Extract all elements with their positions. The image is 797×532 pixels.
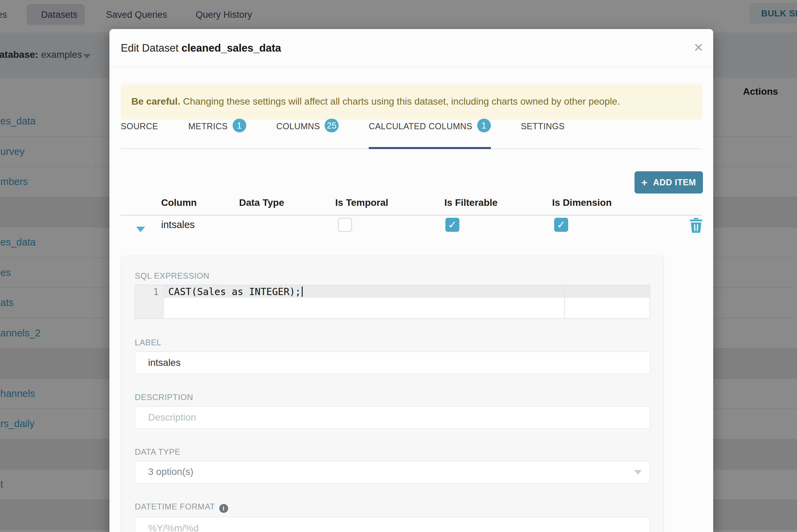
grid-header-divider bbox=[121, 215, 702, 216]
print-margin-line bbox=[564, 285, 565, 318]
description-input[interactable] bbox=[135, 406, 650, 429]
check-icon: ✓ bbox=[557, 219, 566, 231]
modal-title-dataset-name: cleaned_sales_data bbox=[181, 42, 281, 54]
tab-columns[interactable]: COLUMNS25 bbox=[276, 117, 339, 149]
description-field-label: DESCRIPTION bbox=[135, 393, 650, 402]
calculated-column-name: intsales bbox=[161, 219, 195, 230]
column-header-column: Column bbox=[161, 197, 197, 208]
screen: es Datasets Saved Queries Query History … bbox=[0, 0, 797, 532]
datetime-format-field-group: DATETIME FORMATi bbox=[135, 502, 650, 532]
column-header-is-filterable: Is Filterable bbox=[444, 197, 498, 208]
plus-icon: + bbox=[641, 177, 648, 188]
is-dimension-checkbox[interactable]: ✓ bbox=[554, 218, 568, 232]
column-header-is-dimension: Is Dimension bbox=[552, 197, 612, 208]
sql-code[interactable]: CAST(Sales as INTEGER); bbox=[168, 286, 303, 297]
data-type-select[interactable]: 3 option(s) bbox=[135, 461, 650, 483]
calculated-column-detail-panel: SQL EXPRESSION 1 CAST(Sales as INTEGER);… bbox=[121, 256, 664, 532]
description-field-group: DESCRIPTION bbox=[135, 393, 650, 429]
close-icon[interactable]: × bbox=[689, 38, 708, 57]
sql-expression-label: SQL EXPRESSION bbox=[135, 271, 650, 281]
columns-count-badge: 25 bbox=[325, 119, 339, 132]
data-type-selected-value: 3 option(s) bbox=[148, 466, 193, 477]
warning-body: Changing these settings will affect all … bbox=[180, 96, 620, 107]
sql-expression-editor[interactable]: 1 CAST(Sales as INTEGER); bbox=[135, 285, 650, 319]
tab-label: CALCULATED COLUMNS bbox=[369, 121, 472, 131]
column-header-is-temporal: Is Temporal bbox=[335, 197, 388, 208]
chevron-down-icon bbox=[634, 470, 642, 475]
modal-title-prefix: Edit Dataset bbox=[121, 42, 181, 54]
metrics-count-badge: 1 bbox=[233, 119, 246, 132]
tab-label: METRICS bbox=[188, 121, 227, 131]
collapse-row-icon[interactable] bbox=[136, 227, 145, 232]
label-field-label: LABEL bbox=[135, 338, 650, 347]
info-icon[interactable]: i bbox=[219, 504, 228, 513]
warning-banner: Be careful. Changing these settings will… bbox=[121, 84, 702, 120]
calculated-columns-count-badge: 1 bbox=[477, 119, 491, 132]
tab-label: COLUMNS bbox=[276, 121, 320, 131]
tab-source[interactable]: SOURCE bbox=[121, 117, 158, 149]
datetime-format-field-label: DATETIME FORMATi bbox=[135, 502, 650, 513]
sql-code-text: CAST(Sales as INTEGER); bbox=[168, 286, 301, 297]
add-item-label: ADD ITEM bbox=[653, 177, 696, 187]
tab-label: SOURCE bbox=[121, 121, 158, 131]
tab-label: SETTINGS bbox=[521, 121, 565, 131]
add-item-button[interactable]: +ADD ITEM bbox=[635, 171, 703, 194]
is-filterable-checkbox[interactable]: ✓ bbox=[445, 218, 459, 232]
datetime-format-input[interactable] bbox=[135, 517, 650, 532]
data-type-field-label: DATA TYPE bbox=[135, 447, 650, 457]
label-input[interactable] bbox=[135, 351, 650, 374]
column-header-data-type: Data Type bbox=[239, 197, 284, 208]
modal-title: Edit Dataset cleaned_sales_data bbox=[121, 42, 281, 54]
line-number: 1 bbox=[135, 285, 164, 297]
is-temporal-checkbox[interactable] bbox=[338, 218, 352, 232]
label-field-group: LABEL bbox=[135, 338, 650, 374]
check-icon: ✓ bbox=[448, 219, 457, 231]
tab-settings[interactable]: SETTINGS bbox=[521, 117, 565, 149]
tab-metrics[interactable]: METRICS1 bbox=[188, 117, 246, 149]
text-cursor bbox=[302, 287, 303, 297]
tab-calculated-columns[interactable]: CALCULATED COLUMNS1 bbox=[369, 117, 491, 149]
delete-trash-icon[interactable] bbox=[689, 218, 703, 233]
warning-bold: Be careful. bbox=[131, 96, 180, 107]
data-type-field-group: DATA TYPE 3 option(s) bbox=[135, 447, 650, 483]
warning-text: Be careful. Changing these settings will… bbox=[131, 96, 620, 107]
modal-header: Edit Dataset cleaned_sales_data × bbox=[109, 29, 713, 67]
editor-gutter: 1 bbox=[135, 285, 164, 318]
edit-dataset-modal: Edit Dataset cleaned_sales_data × Be car… bbox=[109, 29, 713, 532]
datetime-format-label-text: DATETIME FORMAT bbox=[135, 502, 215, 511]
modal-tabs: SOURCE METRICS1 COLUMNS25 CALCULATED COL… bbox=[121, 117, 595, 149]
